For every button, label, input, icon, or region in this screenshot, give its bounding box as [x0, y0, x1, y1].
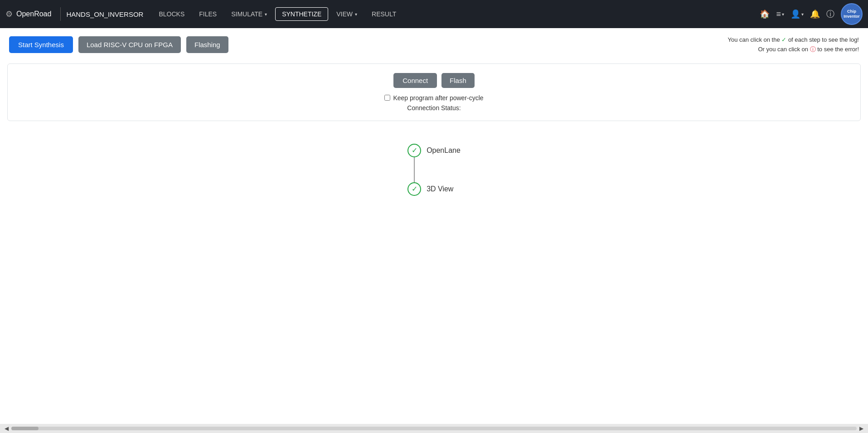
nav-result[interactable]: RESULT — [365, 8, 402, 20]
hint-info-icon: ⓘ — [810, 46, 816, 53]
menu-caret: ▾ — [782, 12, 784, 17]
keep-program-row: Keep program after power-cycle — [384, 94, 483, 102]
hint-check-icon: ✓ — [781, 36, 786, 43]
nav-simulate[interactable]: SIMULATE ▾ — [225, 8, 273, 20]
start-synthesis-button[interactable]: Start Synthesis — [9, 36, 73, 53]
scrollbar-thumb[interactable] — [11, 427, 39, 430]
pipeline-section: ✓ OpenLane ✓ 3D View — [0, 130, 868, 214]
navbar: ⚙ OpenRoad HANDS_ON_INVERSOR BLOCKS FILE… — [0, 0, 868, 28]
step-openlane: ✓ OpenLane — [407, 144, 461, 157]
hint-line2: Or you can click on ⓘ to see the error! — [728, 45, 859, 54]
flash-button[interactable]: Flash — [441, 73, 475, 88]
brand-name: OpenRoad — [16, 10, 51, 18]
keep-program-checkbox[interactable] — [384, 95, 390, 101]
toolbar-row: Start Synthesis Load RISC-V CPU on FPGA … — [0, 28, 868, 62]
gear-icon[interactable]: ⚙ — [5, 9, 13, 19]
home-button[interactable]: 🏠 — [760, 9, 770, 19]
step-connector-1 — [414, 157, 415, 182]
scroll-right-arrow[interactable]: ▶ — [857, 424, 866, 433]
hint-line1: You can click on the ✓ of each step to s… — [728, 35, 859, 45]
scrollbar-track[interactable] — [11, 427, 857, 430]
nav-links: BLOCKS FILES SIMULATE ▾ SYNTHETIZE VIEW … — [152, 7, 760, 21]
nav-files[interactable]: FILES — [193, 8, 223, 20]
flashing-panel: Connect Flash Keep program after power-c… — [7, 63, 861, 121]
scrollbar-area: ◀ ▶ — [0, 424, 868, 433]
main-content: Start Synthesis Load RISC-V CPU on FPGA … — [0, 28, 868, 424]
project-name: HANDS_ON_INVERSOR — [66, 10, 143, 18]
view-caret: ▾ — [355, 12, 357, 17]
nav-right: 🏠 ≡▾ 👤▾ 🔔 ⓘ Chip Inventor — [760, 3, 863, 25]
user-button[interactable]: 👤▾ — [790, 9, 804, 19]
connect-button[interactable]: Connect — [393, 73, 437, 88]
nav-divider — [60, 7, 61, 21]
nav-view[interactable]: VIEW ▾ — [330, 8, 364, 20]
nav-synthetize[interactable]: SYNTHETIZE — [275, 7, 328, 21]
scroll-left-arrow[interactable]: ◀ — [2, 424, 11, 433]
connection-status: Connection Status: — [407, 104, 461, 112]
flash-buttons: Connect Flash — [21, 73, 847, 88]
nav-blocks[interactable]: BLOCKS — [152, 8, 191, 20]
pipeline-steps-wrapper: ✓ OpenLane ✓ 3D View — [407, 144, 461, 196]
user-caret: ▾ — [801, 12, 804, 17]
info-button[interactable]: ⓘ — [826, 9, 834, 19]
chip-inventor-logo[interactable]: Chip Inventor — [841, 3, 863, 25]
flashing-button[interactable]: Flashing — [186, 36, 228, 53]
simulate-caret: ▾ — [265, 12, 267, 17]
bell-button[interactable]: 🔔 — [810, 9, 820, 19]
keep-program-label[interactable]: Keep program after power-cycle — [393, 94, 483, 102]
step-3dview: ✓ 3D View — [407, 182, 453, 196]
3dview-check-icon[interactable]: ✓ — [407, 182, 421, 196]
3dview-label: 3D View — [427, 185, 453, 193]
openlane-check-icon[interactable]: ✓ — [407, 144, 421, 157]
load-risc-button[interactable]: Load RISC-V CPU on FPGA — [78, 36, 181, 53]
openlane-label: OpenLane — [427, 146, 461, 155]
toolbar-hint: You can click on the ✓ of each step to s… — [728, 35, 859, 54]
menu-button[interactable]: ≡▾ — [776, 10, 784, 19]
flash-options: Keep program after power-cycle Connectio… — [21, 94, 847, 112]
